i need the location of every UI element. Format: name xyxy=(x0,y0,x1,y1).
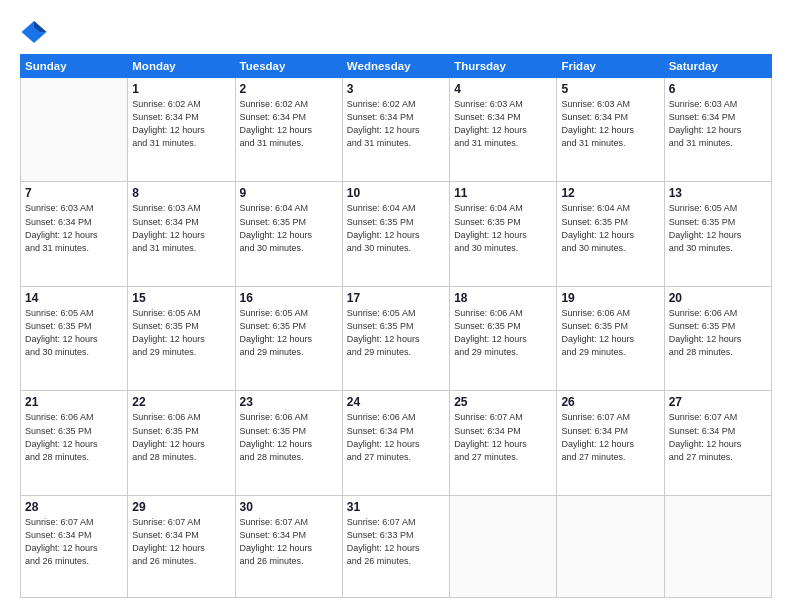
calendar-cell: 3Sunrise: 6:02 AM Sunset: 6:34 PM Daylig… xyxy=(342,78,449,182)
calendar-cell: 23Sunrise: 6:06 AM Sunset: 6:35 PM Dayli… xyxy=(235,391,342,495)
calendar-cell: 5Sunrise: 6:03 AM Sunset: 6:34 PM Daylig… xyxy=(557,78,664,182)
calendar-cell xyxy=(21,78,128,182)
day-info: Sunrise: 6:07 AM Sunset: 6:34 PM Dayligh… xyxy=(132,516,230,568)
col-header-saturday: Saturday xyxy=(664,55,771,78)
calendar-cell: 28Sunrise: 6:07 AM Sunset: 6:34 PM Dayli… xyxy=(21,495,128,597)
week-row-5: 28Sunrise: 6:07 AM Sunset: 6:34 PM Dayli… xyxy=(21,495,772,597)
day-number: 5 xyxy=(561,82,659,96)
day-info: Sunrise: 6:06 AM Sunset: 6:35 PM Dayligh… xyxy=(25,411,123,463)
day-info: Sunrise: 6:04 AM Sunset: 6:35 PM Dayligh… xyxy=(454,202,552,254)
day-number: 22 xyxy=(132,395,230,409)
day-info: Sunrise: 6:03 AM Sunset: 6:34 PM Dayligh… xyxy=(132,202,230,254)
day-info: Sunrise: 6:04 AM Sunset: 6:35 PM Dayligh… xyxy=(347,202,445,254)
day-info: Sunrise: 6:06 AM Sunset: 6:35 PM Dayligh… xyxy=(454,307,552,359)
calendar-cell: 9Sunrise: 6:04 AM Sunset: 6:35 PM Daylig… xyxy=(235,182,342,286)
calendar-cell: 29Sunrise: 6:07 AM Sunset: 6:34 PM Dayli… xyxy=(128,495,235,597)
calendar-cell: 10Sunrise: 6:04 AM Sunset: 6:35 PM Dayli… xyxy=(342,182,449,286)
day-number: 29 xyxy=(132,500,230,514)
col-header-wednesday: Wednesday xyxy=(342,55,449,78)
day-info: Sunrise: 6:04 AM Sunset: 6:35 PM Dayligh… xyxy=(561,202,659,254)
day-number: 19 xyxy=(561,291,659,305)
calendar-cell: 18Sunrise: 6:06 AM Sunset: 6:35 PM Dayli… xyxy=(450,286,557,390)
day-info: Sunrise: 6:06 AM Sunset: 6:35 PM Dayligh… xyxy=(669,307,767,359)
day-number: 6 xyxy=(669,82,767,96)
calendar-cell: 1Sunrise: 6:02 AM Sunset: 6:34 PM Daylig… xyxy=(128,78,235,182)
day-info: Sunrise: 6:05 AM Sunset: 6:35 PM Dayligh… xyxy=(25,307,123,359)
day-number: 23 xyxy=(240,395,338,409)
week-row-2: 7Sunrise: 6:03 AM Sunset: 6:34 PM Daylig… xyxy=(21,182,772,286)
day-info: Sunrise: 6:06 AM Sunset: 6:35 PM Dayligh… xyxy=(240,411,338,463)
calendar-cell: 30Sunrise: 6:07 AM Sunset: 6:34 PM Dayli… xyxy=(235,495,342,597)
calendar-cell: 20Sunrise: 6:06 AM Sunset: 6:35 PM Dayli… xyxy=(664,286,771,390)
day-info: Sunrise: 6:07 AM Sunset: 6:34 PM Dayligh… xyxy=(454,411,552,463)
day-number: 11 xyxy=(454,186,552,200)
day-info: Sunrise: 6:06 AM Sunset: 6:34 PM Dayligh… xyxy=(347,411,445,463)
calendar-cell xyxy=(664,495,771,597)
col-header-sunday: Sunday xyxy=(21,55,128,78)
day-number: 9 xyxy=(240,186,338,200)
day-info: Sunrise: 6:06 AM Sunset: 6:35 PM Dayligh… xyxy=(132,411,230,463)
day-number: 18 xyxy=(454,291,552,305)
calendar-cell: 2Sunrise: 6:02 AM Sunset: 6:34 PM Daylig… xyxy=(235,78,342,182)
day-number: 28 xyxy=(25,500,123,514)
calendar-cell: 25Sunrise: 6:07 AM Sunset: 6:34 PM Dayli… xyxy=(450,391,557,495)
day-number: 7 xyxy=(25,186,123,200)
calendar-cell: 15Sunrise: 6:05 AM Sunset: 6:35 PM Dayli… xyxy=(128,286,235,390)
day-info: Sunrise: 6:02 AM Sunset: 6:34 PM Dayligh… xyxy=(132,98,230,150)
calendar-cell: 6Sunrise: 6:03 AM Sunset: 6:34 PM Daylig… xyxy=(664,78,771,182)
col-header-tuesday: Tuesday xyxy=(235,55,342,78)
day-number: 25 xyxy=(454,395,552,409)
week-row-1: 1Sunrise: 6:02 AM Sunset: 6:34 PM Daylig… xyxy=(21,78,772,182)
day-info: Sunrise: 6:05 AM Sunset: 6:35 PM Dayligh… xyxy=(132,307,230,359)
calendar-cell: 27Sunrise: 6:07 AM Sunset: 6:34 PM Dayli… xyxy=(664,391,771,495)
day-number: 16 xyxy=(240,291,338,305)
day-number: 20 xyxy=(669,291,767,305)
day-number: 1 xyxy=(132,82,230,96)
day-info: Sunrise: 6:03 AM Sunset: 6:34 PM Dayligh… xyxy=(561,98,659,150)
col-header-thursday: Thursday xyxy=(450,55,557,78)
day-number: 26 xyxy=(561,395,659,409)
week-row-3: 14Sunrise: 6:05 AM Sunset: 6:35 PM Dayli… xyxy=(21,286,772,390)
day-number: 8 xyxy=(132,186,230,200)
calendar-cell: 11Sunrise: 6:04 AM Sunset: 6:35 PM Dayli… xyxy=(450,182,557,286)
day-number: 2 xyxy=(240,82,338,96)
calendar-cell: 19Sunrise: 6:06 AM Sunset: 6:35 PM Dayli… xyxy=(557,286,664,390)
day-number: 13 xyxy=(669,186,767,200)
day-info: Sunrise: 6:05 AM Sunset: 6:35 PM Dayligh… xyxy=(347,307,445,359)
day-info: Sunrise: 6:07 AM Sunset: 6:33 PM Dayligh… xyxy=(347,516,445,568)
day-number: 30 xyxy=(240,500,338,514)
col-header-friday: Friday xyxy=(557,55,664,78)
day-number: 15 xyxy=(132,291,230,305)
calendar-cell: 7Sunrise: 6:03 AM Sunset: 6:34 PM Daylig… xyxy=(21,182,128,286)
day-number: 10 xyxy=(347,186,445,200)
calendar-table: SundayMondayTuesdayWednesdayThursdayFrid… xyxy=(20,54,772,598)
day-info: Sunrise: 6:07 AM Sunset: 6:34 PM Dayligh… xyxy=(25,516,123,568)
day-info: Sunrise: 6:02 AM Sunset: 6:34 PM Dayligh… xyxy=(347,98,445,150)
page-header xyxy=(20,18,772,46)
day-number: 14 xyxy=(25,291,123,305)
week-row-4: 21Sunrise: 6:06 AM Sunset: 6:35 PM Dayli… xyxy=(21,391,772,495)
day-number: 27 xyxy=(669,395,767,409)
col-header-monday: Monday xyxy=(128,55,235,78)
day-info: Sunrise: 6:07 AM Sunset: 6:34 PM Dayligh… xyxy=(240,516,338,568)
calendar-cell: 16Sunrise: 6:05 AM Sunset: 6:35 PM Dayli… xyxy=(235,286,342,390)
calendar-cell: 8Sunrise: 6:03 AM Sunset: 6:34 PM Daylig… xyxy=(128,182,235,286)
calendar-cell: 21Sunrise: 6:06 AM Sunset: 6:35 PM Dayli… xyxy=(21,391,128,495)
logo xyxy=(20,18,52,46)
calendar-cell xyxy=(557,495,664,597)
calendar-cell: 4Sunrise: 6:03 AM Sunset: 6:34 PM Daylig… xyxy=(450,78,557,182)
calendar-cell xyxy=(450,495,557,597)
day-info: Sunrise: 6:02 AM Sunset: 6:34 PM Dayligh… xyxy=(240,98,338,150)
calendar-cell: 31Sunrise: 6:07 AM Sunset: 6:33 PM Dayli… xyxy=(342,495,449,597)
day-info: Sunrise: 6:05 AM Sunset: 6:35 PM Dayligh… xyxy=(669,202,767,254)
day-number: 12 xyxy=(561,186,659,200)
day-info: Sunrise: 6:03 AM Sunset: 6:34 PM Dayligh… xyxy=(454,98,552,150)
calendar-cell: 22Sunrise: 6:06 AM Sunset: 6:35 PM Dayli… xyxy=(128,391,235,495)
calendar-cell: 17Sunrise: 6:05 AM Sunset: 6:35 PM Dayli… xyxy=(342,286,449,390)
day-number: 4 xyxy=(454,82,552,96)
day-info: Sunrise: 6:04 AM Sunset: 6:35 PM Dayligh… xyxy=(240,202,338,254)
calendar-cell: 12Sunrise: 6:04 AM Sunset: 6:35 PM Dayli… xyxy=(557,182,664,286)
calendar-cell: 14Sunrise: 6:05 AM Sunset: 6:35 PM Dayli… xyxy=(21,286,128,390)
day-number: 31 xyxy=(347,500,445,514)
logo-icon xyxy=(20,18,48,46)
